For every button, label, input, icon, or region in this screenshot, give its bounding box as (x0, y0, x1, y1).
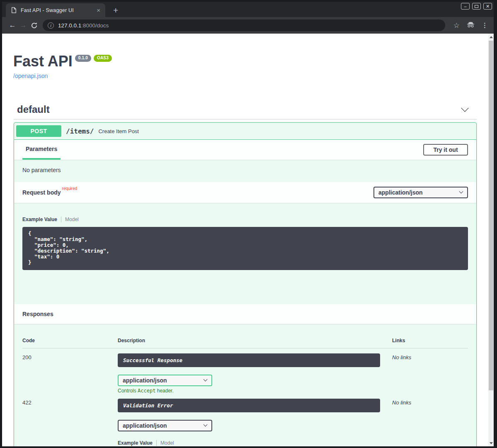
request-media-type: application/json (373, 187, 468, 198)
openapi-spec-link[interactable]: /openapi.json (13, 73, 48, 79)
responses-header: Responses (14, 304, 476, 324)
request-body-header: Request bodyrequired application/json (14, 182, 476, 203)
tab-example-value[interactable]: Example Value (118, 440, 153, 446)
responses-table: Code Description Links 200 Successful Re… (14, 324, 476, 446)
request-body-label: Request bodyrequired (22, 188, 77, 196)
window-minimize-button[interactable]: – (461, 3, 470, 10)
tab-divider (61, 217, 61, 222)
back-icon[interactable]: ← (7, 21, 18, 29)
request-media-type-select[interactable]: application/json (373, 187, 468, 198)
response-row-422: 422 Validation Error application/json Ex… (22, 394, 468, 446)
model-example-tabs: Example Value Model (22, 217, 468, 222)
chevron-down-icon[interactable] (461, 104, 468, 112)
browser-toolbar: ← → i 127.0.0.1:8000/docs ☆ ⋮ (2, 17, 494, 34)
response-422-media-type-select[interactable]: application/json (118, 420, 212, 431)
tab-parameters[interactable]: Parameters (22, 140, 61, 160)
response-description-cell: Validation Error application/json Exampl… (118, 399, 392, 446)
window-controls: – ✕ (461, 3, 492, 10)
response-code: 200 (22, 353, 118, 360)
close-icon: ✕ (486, 4, 490, 8)
col-links: Links (392, 338, 468, 343)
model-example-tabs: Example Value Model (118, 440, 392, 446)
response-200-media-type-select[interactable]: application/json (118, 375, 212, 386)
tab-strip: Fast API - Swagger UI × + – ✕ (2, 2, 494, 17)
response-code: 422 (22, 399, 118, 406)
maximize-icon (475, 5, 478, 8)
incognito-icon (466, 22, 475, 29)
col-code: Code (22, 338, 118, 343)
response-row-200: 200 Successful Response application/json… (22, 348, 468, 394)
responses-table-header: Code Description Links (22, 332, 468, 348)
page-scrollbar[interactable] (488, 34, 494, 446)
response-422-media-type: application/json (118, 420, 212, 431)
post-method-badge: POST (16, 125, 61, 137)
browser-tab[interactable]: Fast API - Swagger UI × (6, 3, 105, 17)
tab-title: Fast API - Swagger UI (21, 7, 91, 13)
forward-icon: → (18, 21, 29, 29)
oas3-badge: OAS3 (94, 55, 112, 62)
endpoint-path: /items/ (66, 127, 94, 135)
tag-title: default (17, 104, 50, 115)
scroll-up-icon[interactable] (490, 36, 493, 38)
endpoint-summary: Create Item Post (98, 128, 139, 134)
site-info-icon[interactable]: i (48, 22, 54, 29)
tab-model[interactable]: Model (160, 440, 174, 446)
window-maximize-button[interactable] (472, 3, 481, 10)
no-parameters-text: No parameters (14, 160, 476, 182)
reload-icon[interactable] (29, 22, 39, 29)
required-badge: required (62, 186, 78, 191)
response-links: No links (392, 353, 468, 360)
browser-window: Fast API - Swagger UI × + – ✕ ← → i (0, 0, 497, 448)
page-title: Fast API0.1.0OAS3 (13, 54, 488, 69)
address-bar[interactable]: i 127.0.0.1:8000/docs (43, 19, 445, 31)
accept-header-note: Controls Accept header. (118, 388, 392, 394)
url-text: 127.0.0.1:8000/docs (58, 22, 109, 29)
tab-divider (156, 440, 157, 446)
version-badge: 0.1.0 (75, 55, 91, 62)
response-description: Validation Error (118, 399, 380, 412)
try-it-out-button[interactable]: Try it out (423, 144, 468, 156)
opblock-summary[interactable]: POST /items/ Create Item Post (14, 123, 476, 140)
minimize-icon: – (464, 4, 466, 8)
col-description: Description (118, 338, 392, 343)
response-description: Successful Response (118, 353, 380, 367)
api-info: Fast API0.1.0OAS3 /openapi.json (2, 34, 488, 80)
window-close-button[interactable]: ✕ (483, 3, 492, 10)
request-body-content: Example Value Model { "name": "string", … (14, 203, 476, 304)
response-description-cell: Successful Response application/json Con… (118, 353, 392, 394)
scrollbar-thumb[interactable] (489, 41, 493, 390)
new-tab-button[interactable]: + (111, 3, 121, 17)
bookmark-star-icon[interactable]: ☆ (453, 21, 460, 30)
opblock-post-items: POST /items/ Create Item Post Parameters… (14, 122, 477, 446)
request-example-code[interactable]: { "name": "string", "price": 0, "descrip… (22, 227, 468, 270)
parameters-header: Parameters Try it out (14, 140, 476, 160)
tab-close-icon[interactable]: × (95, 7, 102, 13)
document-favicon-icon (11, 7, 17, 13)
tag-section-default[interactable]: default (14, 100, 477, 119)
browser-menu-icon[interactable]: ⋮ (482, 22, 488, 29)
swagger-page: Fast API0.1.0OAS3 /openapi.json default … (2, 34, 488, 446)
response-links: No links (392, 399, 468, 406)
scroll-down-icon[interactable] (490, 442, 493, 444)
response-200-media-type: application/json (118, 375, 212, 386)
tab-model[interactable]: Model (65, 217, 79, 222)
tab-example-value[interactable]: Example Value (22, 217, 57, 222)
